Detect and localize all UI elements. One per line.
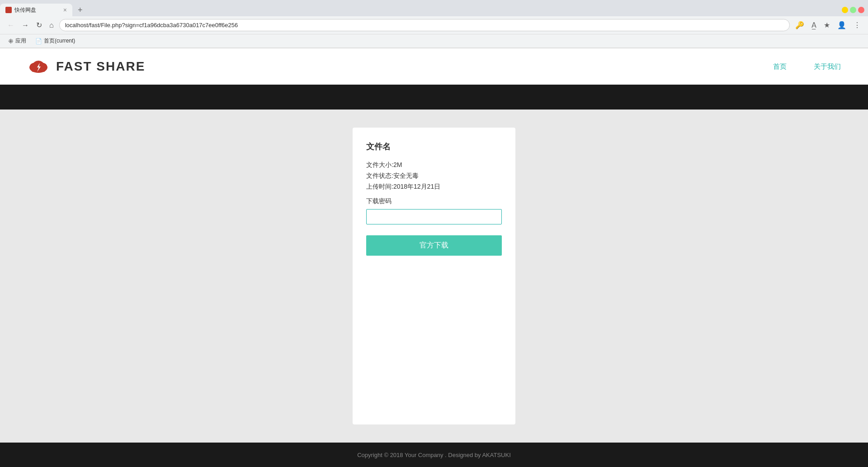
logo-icon bbox=[27, 57, 50, 76]
footer-text: Copyright © 2018 Your Company . Designed… bbox=[357, 452, 511, 458]
file-card: 文件名 文件大小:2M 文件状态:安全无毒 上传时间:2018年12月21日 下… bbox=[353, 128, 515, 424]
restore-button[interactable] bbox=[850, 7, 856, 13]
file-size: 文件大小:2M bbox=[366, 161, 502, 169]
home-button[interactable]: ⌂ bbox=[47, 19, 56, 31]
nav-home[interactable]: 首页 bbox=[773, 62, 787, 71]
active-tab[interactable]: 快传网盘 × bbox=[0, 4, 72, 16]
minimize-button[interactable] bbox=[842, 7, 848, 13]
account-icon[interactable]: 👤 bbox=[835, 19, 848, 31]
key-icon[interactable]: 🔑 bbox=[793, 19, 806, 31]
site-header: FAST SHARE 首页 关于我们 bbox=[0, 48, 868, 85]
password-input[interactable] bbox=[366, 209, 502, 224]
address-icons: 🔑 A̲ ★ 👤 ⋮ bbox=[793, 19, 863, 31]
menu-icon[interactable]: ⋮ bbox=[852, 19, 863, 31]
translate-icon[interactable]: A̲ bbox=[810, 19, 818, 31]
bookmark-file-icon: 📄 bbox=[35, 38, 42, 44]
apps-grid-icon: ⁜ bbox=[8, 38, 14, 45]
svg-point-3 bbox=[33, 61, 44, 69]
nav-about[interactable]: 关于我们 bbox=[814, 62, 841, 71]
site-footer: Copyright © 2018 Your Company . Designed… bbox=[0, 443, 868, 467]
logo-text: FAST SHARE bbox=[56, 59, 145, 74]
dark-bar bbox=[0, 85, 868, 110]
tab-favicon bbox=[5, 7, 12, 13]
apps-label: 应用 bbox=[15, 37, 26, 45]
file-upload-time: 上传时间:2018年12月21日 bbox=[366, 183, 502, 191]
refresh-button[interactable]: ↻ bbox=[34, 19, 44, 31]
bookmark-star-icon[interactable]: ★ bbox=[822, 19, 832, 31]
forward-button[interactable]: → bbox=[20, 19, 31, 31]
page-wrapper: FAST SHARE 首页 关于我们 文件名 文件大小:2M 文件状态:安全无毒… bbox=[0, 48, 868, 443]
site-nav: 首页 关于我们 bbox=[773, 62, 841, 71]
address-bar: ← → ↻ ⌂ 🔑 A̲ ★ 👤 ⋮ bbox=[0, 16, 868, 34]
back-button[interactable]: ← bbox=[5, 19, 16, 31]
main-content: 文件名 文件大小:2M 文件状态:安全无毒 上传时间:2018年12月21日 下… bbox=[0, 110, 868, 443]
window-controls bbox=[842, 7, 868, 13]
new-tab-button[interactable]: + bbox=[74, 5, 86, 15]
tab-bar: 快传网盘 × + bbox=[0, 0, 868, 16]
close-button[interactable] bbox=[858, 7, 864, 13]
home-bookmark[interactable]: 📄 首页(current) bbox=[33, 36, 78, 46]
bookmarks-bar: ⁜ 应用 📄 首页(current) bbox=[0, 34, 868, 48]
home-bookmark-label: 首页(current) bbox=[44, 37, 75, 45]
file-status: 文件状态:安全无毒 bbox=[366, 172, 502, 180]
address-input[interactable] bbox=[59, 19, 790, 31]
logo-area: FAST SHARE bbox=[27, 57, 773, 76]
file-title: 文件名 bbox=[366, 141, 502, 152]
download-button[interactable]: 官方下载 bbox=[366, 235, 502, 256]
password-label: 下载密码 bbox=[366, 197, 502, 205]
apps-bookmark[interactable]: ⁜ 应用 bbox=[5, 36, 29, 46]
tab-close-button[interactable]: × bbox=[63, 6, 67, 14]
tab-title: 快传网盘 bbox=[14, 6, 61, 14]
